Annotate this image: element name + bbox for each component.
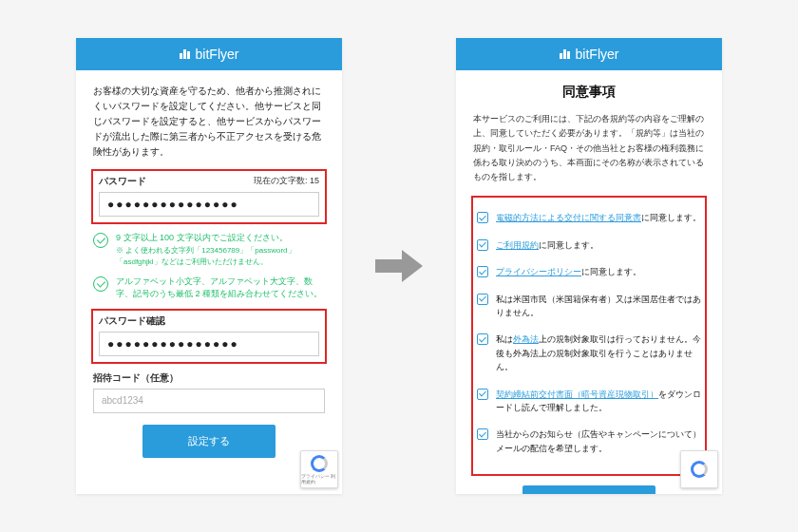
- checkbox-icon[interactable]: [477, 333, 488, 345]
- consent-intro-text: 本サービスのご利用には、下記の各規約等の内容をご理解の上、同意していただく必要が…: [473, 112, 705, 184]
- consent-link[interactable]: 外為法: [513, 334, 539, 344]
- consent-item: 契約締結前交付書面（暗号資産現物取引）をダウンロードし読んで理解しました。: [477, 388, 701, 415]
- agree-button[interactable]: 同意する: [522, 485, 656, 494]
- consent-link[interactable]: 電磁的方法による交付に関する同意書: [496, 213, 641, 222]
- recaptcha-badge: プライバシー 利用規約: [300, 450, 338, 488]
- recaptcha-icon: [691, 461, 708, 478]
- consent-content: 同意事項 本サービスのご利用には、下記の各規約等の内容をご理解の上、同意していた…: [456, 70, 722, 494]
- flow-arrow-icon: [370, 250, 428, 282]
- password-rule-complexity: アルファベット小文字、アルファベット大文字、数字、記号のうち最低 2 種類を組み…: [93, 276, 325, 301]
- bitflyer-logo-icon: [180, 49, 190, 59]
- consent-link[interactable]: ご利用規約: [496, 240, 539, 250]
- password-input[interactable]: ●●●●●●●●●●●●●●●: [99, 192, 319, 217]
- consent-screen: bitFlyer 同意事項 本サービスのご利用には、下記の各規約等の内容をご理解…: [456, 38, 722, 494]
- consent-item-text: 当社からのお知らせ（広告やキャンペーンについて）メールの配信を希望します。: [496, 428, 701, 455]
- bitflyer-logo-icon: [560, 49, 570, 59]
- check-circle-icon: [93, 233, 108, 248]
- checkbox-icon[interactable]: [477, 294, 488, 305]
- password-confirm-input[interactable]: ●●●●●●●●●●●●●●●: [99, 332, 319, 356]
- password-confirm-block: パスワード確認 ●●●●●●●●●●●●●●●: [93, 311, 325, 362]
- check-circle-icon: [93, 276, 108, 292]
- recaptcha-icon: [311, 455, 328, 472]
- password-rule-length: 9 文字以上 100 文字以内でご設定ください。 ※ よく使われる文字列「123…: [93, 232, 325, 268]
- checkbox-icon[interactable]: [477, 239, 488, 251]
- consent-item: 私は米国市民（米国籍保有者）又は米国居住者ではありません。: [477, 293, 701, 320]
- checkbox-icon[interactable]: [477, 428, 488, 440]
- app-header: bitFlyer: [76, 38, 342, 70]
- password-confirm-label: パスワード確認: [99, 314, 165, 328]
- recaptcha-badge: [680, 450, 718, 488]
- consent-item: 私は外為法上の規制対象取引は行っておりません。今後も外為法上の規制対象取引を行う…: [477, 332, 701, 373]
- invite-code-label: 招待コード（任意）: [93, 371, 325, 385]
- checkbox-icon[interactable]: [477, 389, 488, 400]
- consent-item-text: 電磁的方法による交付に関する同意書に同意します。: [496, 211, 701, 224]
- consent-link[interactable]: プライバシーポリシー: [496, 267, 581, 276]
- consent-item-text: プライバシーポリシーに同意します。: [496, 265, 641, 278]
- password-label: パスワード: [99, 175, 146, 188]
- password-field-block: パスワード 現在の文字数: 15 ●●●●●●●●●●●●●●●: [93, 171, 325, 222]
- set-password-button[interactable]: 設定する: [142, 425, 276, 458]
- password-intro-text: お客様の大切な資産を守るため、他者から推測されにくいパスワードを設定してください…: [93, 84, 325, 160]
- consent-item: 電磁的方法による交付に関する同意書に同意します。: [477, 211, 701, 224]
- app-header: bitFlyer: [456, 38, 722, 70]
- password-setup-screen: bitFlyer お客様の大切な資産を守るため、他者から推測されにくいパスワード…: [76, 38, 342, 494]
- consent-link[interactable]: 契約締結前交付書面（暗号資産現物取引）: [496, 390, 658, 399]
- consent-item: 当社からのお知らせ（広告やキャンペーンについて）メールの配信を希望します。: [477, 428, 701, 455]
- brand-name: bitFlyer: [196, 47, 239, 62]
- checkbox-icon[interactable]: [477, 212, 488, 223]
- consent-item-text: 私は米国市民（米国籍保有者）又は米国居住者ではありません。: [496, 293, 701, 320]
- consent-item-text: 私は外為法上の規制対象取引は行っておりません。今後も外為法上の規制対象取引を行う…: [496, 332, 701, 373]
- consent-title: 同意事項: [473, 84, 705, 101]
- consent-item-text: 契約締結前交付書面（暗号資産現物取引）をダウンロードし読んで理解しました。: [496, 388, 701, 415]
- password-content: お客様の大切な資産を守るため、他者から推測されにくいパスワードを設定してください…: [76, 70, 342, 494]
- consent-checklist: 電磁的方法による交付に関する同意書に同意します。ご利用規約に同意します。プライバ…: [473, 198, 705, 474]
- password-charcount: 現在の文字数: 15: [254, 175, 319, 188]
- consent-item: プライバシーポリシーに同意します。: [477, 265, 701, 278]
- consent-item: ご利用規約に同意します。: [477, 238, 701, 252]
- brand-name: bitFlyer: [576, 47, 619, 62]
- consent-item-text: ご利用規約に同意します。: [496, 238, 598, 252]
- invite-code-input[interactable]: abcd1234: [93, 389, 325, 413]
- checkbox-icon[interactable]: [477, 266, 488, 277]
